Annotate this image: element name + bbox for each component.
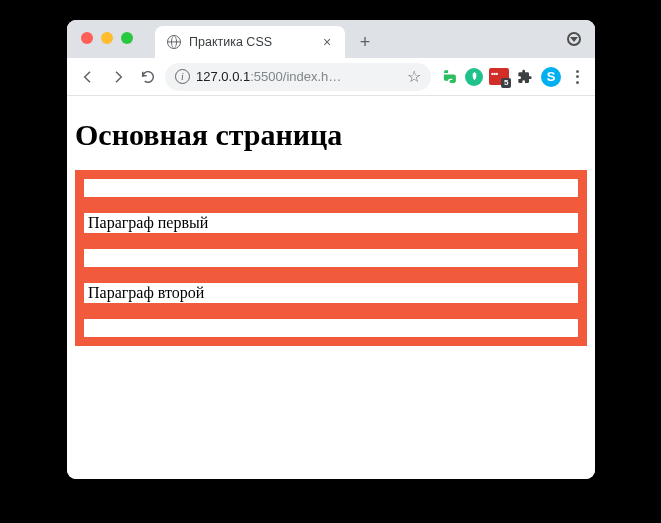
address-bar[interactable]: i 127.0.0.1:5500/index.h… ☆ <box>165 63 431 91</box>
page-heading: Основная страница <box>75 118 587 152</box>
browser-toolbar: i 127.0.0.1:5500/index.h… ☆ ••• S <box>67 58 595 96</box>
lastpass-extension-icon[interactable]: ••• <box>489 68 509 85</box>
paragraph-2: Параграф второй <box>84 283 578 303</box>
forward-button[interactable] <box>105 64 131 90</box>
tab-search-button[interactable] <box>567 32 581 46</box>
close-tab-button[interactable]: × <box>319 35 335 49</box>
back-button[interactable] <box>75 64 101 90</box>
adblock-extension-icon[interactable] <box>465 68 483 86</box>
url-text: 127.0.0.1:5500/index.h… <box>196 69 401 84</box>
spacer-row <box>84 319 578 337</box>
new-tab-button[interactable]: + <box>351 28 379 56</box>
spacer-row <box>84 179 578 197</box>
close-window-button[interactable] <box>81 32 93 44</box>
evernote-extension-icon[interactable] <box>439 67 459 87</box>
browser-menu-button[interactable] <box>567 67 587 87</box>
extensions-area: ••• S <box>435 67 587 87</box>
minimize-window-button[interactable] <box>101 32 113 44</box>
globe-icon <box>167 35 181 49</box>
bookmark-star-icon[interactable]: ☆ <box>407 67 421 86</box>
extensions-menu-icon[interactable] <box>515 67 535 87</box>
window-controls <box>81 32 133 44</box>
tab-title: Практика CSS <box>189 35 311 49</box>
spacer-row <box>84 249 578 267</box>
content-box: Параграф первый Параграф второй <box>75 170 587 346</box>
browser-window: Практика CSS × + i 127.0.0.1:5500/index.… <box>67 20 595 479</box>
site-info-icon[interactable]: i <box>175 69 190 84</box>
reload-button[interactable] <box>135 64 161 90</box>
fullscreen-window-button[interactable] <box>121 32 133 44</box>
tab-strip: Практика CSS × + <box>67 20 595 58</box>
skype-extension-icon[interactable]: S <box>541 67 561 87</box>
page-viewport: Основная страница Параграф первый Парагр… <box>67 96 595 479</box>
browser-tab[interactable]: Практика CSS × <box>155 26 345 58</box>
paragraph-1: Параграф первый <box>84 213 578 233</box>
